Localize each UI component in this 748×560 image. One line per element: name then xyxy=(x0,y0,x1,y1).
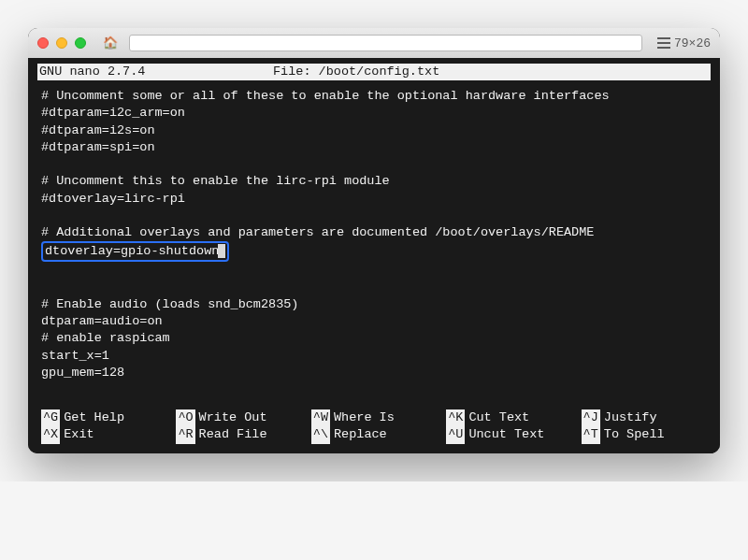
shortcut-label: To Spell xyxy=(604,427,665,441)
nano-header: GNU nano 2.7.4 File: /boot/config.txt xyxy=(37,64,711,80)
shortcut-label: Write Out xyxy=(199,410,267,424)
shortcut-exit[interactable]: ^XExit xyxy=(41,426,166,443)
file-line: #dtoverlay=lirc-rpi xyxy=(41,192,185,206)
shortcut-key: ^K xyxy=(446,409,465,426)
file-line: #dtparam=spi=on xyxy=(41,140,155,154)
shortcut-justify[interactable]: ^JJustify xyxy=(582,409,707,426)
shortcut-label: Replace xyxy=(334,427,387,441)
window-controls xyxy=(37,37,86,49)
window-dimensions: 79×26 xyxy=(657,36,711,50)
shortcut-to-spell[interactable]: ^TTo Spell xyxy=(582,426,707,443)
file-line: # Uncomment some or all of these to enab… xyxy=(41,89,610,103)
editor-content[interactable]: # Uncomment some or all of these to enab… xyxy=(37,88,711,406)
shortcut-key: ^R xyxy=(176,426,194,443)
home-icon[interactable]: 🏠 xyxy=(103,36,118,50)
file-line: # Uncomment this to enable the lirc-rpi … xyxy=(41,174,390,188)
shortcut-key: ^O xyxy=(176,409,194,426)
shortcut-label: Exit xyxy=(64,427,94,441)
file-line: #dtparam=i2c_arm=on xyxy=(41,106,185,120)
file-line: #dtparam=i2s=on xyxy=(41,123,155,137)
file-line: # Enable audio (loads snd_bcm2835) xyxy=(41,297,298,311)
shortcut-key: ^U xyxy=(446,426,465,443)
zoom-icon[interactable] xyxy=(75,37,86,49)
shortcut-label: Get Help xyxy=(64,410,124,424)
shortcut-key: ^J xyxy=(582,409,600,426)
shortcut-key: ^\ xyxy=(311,426,330,443)
shortcut-read-file[interactable]: ^RRead File xyxy=(176,426,301,443)
close-icon[interactable] xyxy=(37,37,49,49)
shortcut-label: Where Is xyxy=(334,410,395,424)
shortcut-key: ^W xyxy=(311,409,330,426)
shortcut-get-help[interactable]: ^GGet Help xyxy=(41,409,166,426)
cursor-icon xyxy=(218,244,225,258)
file-line: # enable raspicam xyxy=(41,331,170,345)
path-input[interactable] xyxy=(129,35,642,51)
shortcut-uncut-text[interactable]: ^UUncut Text xyxy=(446,426,571,443)
dimensions-text: 79×26 xyxy=(674,36,711,50)
shortcut-bar: ^GGet Help ^OWrite Out ^WWhere Is ^KCut … xyxy=(37,406,711,443)
terminal-body[interactable]: GNU nano 2.7.4 File: /boot/config.txt # … xyxy=(28,58,720,453)
titlebar: 🏠 79×26 xyxy=(28,28,720,58)
file-line: dtparam=audio=on xyxy=(41,314,163,328)
menu-icon[interactable] xyxy=(657,37,670,49)
shortcut-cut-text[interactable]: ^KCut Text xyxy=(446,409,571,426)
minimize-icon[interactable] xyxy=(56,37,67,49)
shortcut-key: ^G xyxy=(41,409,60,426)
file-line: start_x=1 xyxy=(41,349,109,363)
shortcut-label: Cut Text xyxy=(468,410,529,424)
shortcut-replace[interactable]: ^\Replace xyxy=(311,426,437,443)
nano-file-label: File: /boot/config.txt xyxy=(273,64,709,80)
highlighted-line: dtoverlay=gpio-shutdown xyxy=(41,241,229,262)
file-line: # Additional overlays and parameters are… xyxy=(41,225,594,239)
shortcut-write-out[interactable]: ^OWrite Out xyxy=(176,409,301,426)
shortcut-label: Read File xyxy=(199,427,267,441)
file-line: dtoverlay=gpio-shutdown xyxy=(45,244,219,258)
file-line: gpu_mem=128 xyxy=(41,366,124,380)
nano-app-label: GNU nano 2.7.4 xyxy=(39,64,273,80)
shortcut-key: ^T xyxy=(582,426,600,443)
shortcut-label: Justify xyxy=(604,410,657,424)
shortcut-where-is[interactable]: ^WWhere Is xyxy=(311,409,437,426)
terminal-window: 🏠 79×26 GNU nano 2.7.4 File: /boot/confi… xyxy=(28,28,720,453)
shortcut-label: Uncut Text xyxy=(468,427,544,441)
shortcut-key: ^X xyxy=(41,426,60,443)
